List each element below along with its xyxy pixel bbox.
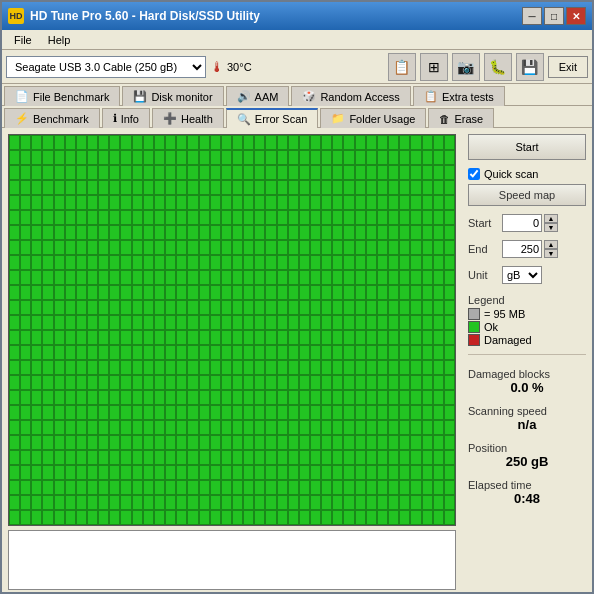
grid-cell xyxy=(109,405,120,420)
grid-cell xyxy=(65,165,76,180)
grid-cell xyxy=(199,345,210,360)
grid-cell xyxy=(321,210,332,225)
menu-file[interactable]: File xyxy=(6,33,40,47)
grid-cell xyxy=(65,270,76,285)
tab-info[interactable]: ℹ Info xyxy=(102,108,150,128)
grid-cell xyxy=(399,195,410,210)
grid-cell xyxy=(310,465,321,480)
grid-cell xyxy=(254,135,265,150)
camera-icon-button[interactable]: 📷 xyxy=(452,53,480,81)
grid-cell xyxy=(199,420,210,435)
grid-cell xyxy=(433,165,444,180)
drive-select[interactable]: Seagate USB 3.0 Cable (250 gB) xyxy=(6,56,206,78)
grid-cell xyxy=(277,435,288,450)
grid-cell xyxy=(109,210,120,225)
grid-cell xyxy=(355,165,366,180)
info-icon-button[interactable]: 🐛 xyxy=(484,53,512,81)
grid-cell xyxy=(321,390,332,405)
erase-icon: 🗑 xyxy=(439,113,450,125)
tab-aam[interactable]: 🔊 AAM xyxy=(226,86,290,106)
start-value-input[interactable] xyxy=(502,214,542,232)
quick-scan-checkbox[interactable] xyxy=(468,168,480,180)
maximize-button[interactable]: □ xyxy=(544,7,564,25)
tab-folder-usage[interactable]: 📁 Folder Usage xyxy=(320,108,426,128)
grid-cell xyxy=(42,375,53,390)
copy-icon-button[interactable]: 📋 xyxy=(388,53,416,81)
grid-cell xyxy=(109,165,120,180)
grid-cell xyxy=(154,270,165,285)
legend-damaged-item: Damaged xyxy=(468,334,586,346)
grid-cell xyxy=(154,435,165,450)
grid-cell xyxy=(243,225,254,240)
grid-cell xyxy=(120,420,131,435)
tab-random-access[interactable]: 🎲 Random Access xyxy=(291,86,410,106)
grid-icon-button[interactable]: ⊞ xyxy=(420,53,448,81)
grid-cell xyxy=(76,240,87,255)
menu-help[interactable]: Help xyxy=(40,33,79,47)
grid-cell xyxy=(9,360,20,375)
grid-cell xyxy=(76,225,87,240)
grid-cell xyxy=(355,255,366,270)
grid-cell xyxy=(31,135,42,150)
start-button[interactable]: Start xyxy=(468,134,586,160)
tab-health[interactable]: ➕ Health xyxy=(152,108,224,128)
unit-select[interactable]: gB xyxy=(502,266,542,284)
random-access-icon: 🎲 xyxy=(302,90,316,103)
grid-cell xyxy=(355,180,366,195)
grid-cell xyxy=(355,360,366,375)
grid-cell xyxy=(42,510,53,525)
grid-cell xyxy=(433,375,444,390)
grid-cell xyxy=(332,495,343,510)
save-icon-button[interactable]: 💾 xyxy=(516,53,544,81)
grid-cell xyxy=(232,180,243,195)
tab-disk-monitor[interactable]: 💾 Disk monitor xyxy=(122,86,223,106)
grid-cell xyxy=(109,270,120,285)
grid-cell xyxy=(355,510,366,525)
grid-cell xyxy=(221,390,232,405)
grid-cell xyxy=(265,300,276,315)
grid-cell xyxy=(288,240,299,255)
speed-map-button[interactable]: Speed map xyxy=(468,184,586,206)
start-increment-button[interactable]: ▲ xyxy=(544,214,558,223)
grid-cell xyxy=(444,195,455,210)
grid-cell xyxy=(377,285,388,300)
tab-extra-tests[interactable]: 📋 Extra tests xyxy=(413,86,505,106)
grid-cell xyxy=(9,285,20,300)
grid-cell xyxy=(120,330,131,345)
grid-cell xyxy=(399,450,410,465)
grid-cell xyxy=(265,330,276,345)
tab-error-scan[interactable]: 🔍 Error Scan xyxy=(226,108,319,128)
grid-cell xyxy=(143,360,154,375)
grid-cell xyxy=(120,315,131,330)
grid-cell xyxy=(243,435,254,450)
grid-cell xyxy=(321,420,332,435)
exit-button[interactable]: Exit xyxy=(548,56,588,78)
legend-size-item: = 95 MB xyxy=(468,308,586,320)
close-button[interactable]: ✕ xyxy=(566,7,586,25)
grid-cell xyxy=(9,165,20,180)
minimize-button[interactable]: ─ xyxy=(522,7,542,25)
grid-cell xyxy=(410,300,421,315)
grid-cell xyxy=(232,495,243,510)
end-increment-button[interactable]: ▲ xyxy=(544,240,558,249)
grid-cell xyxy=(422,195,433,210)
grid-cell xyxy=(31,420,42,435)
tab-benchmark[interactable]: ⚡ Benchmark xyxy=(4,108,100,128)
start-decrement-button[interactable]: ▼ xyxy=(544,223,558,232)
tab-erase[interactable]: 🗑 Erase xyxy=(428,108,494,128)
grid-cell xyxy=(54,360,65,375)
grid-cell xyxy=(143,195,154,210)
grid-cell xyxy=(433,345,444,360)
grid-cell xyxy=(20,450,31,465)
grid-cell xyxy=(54,345,65,360)
grid-cell xyxy=(377,480,388,495)
grid-cell xyxy=(87,270,98,285)
grid-cell xyxy=(176,360,187,375)
grid-cell xyxy=(310,495,321,510)
grid-cell xyxy=(54,330,65,345)
grid-cell xyxy=(422,270,433,285)
end-decrement-button[interactable]: ▼ xyxy=(544,249,558,258)
tab-file-benchmark[interactable]: 📄 File Benchmark xyxy=(4,86,120,106)
end-value-input[interactable] xyxy=(502,240,542,258)
grid-cell xyxy=(42,360,53,375)
